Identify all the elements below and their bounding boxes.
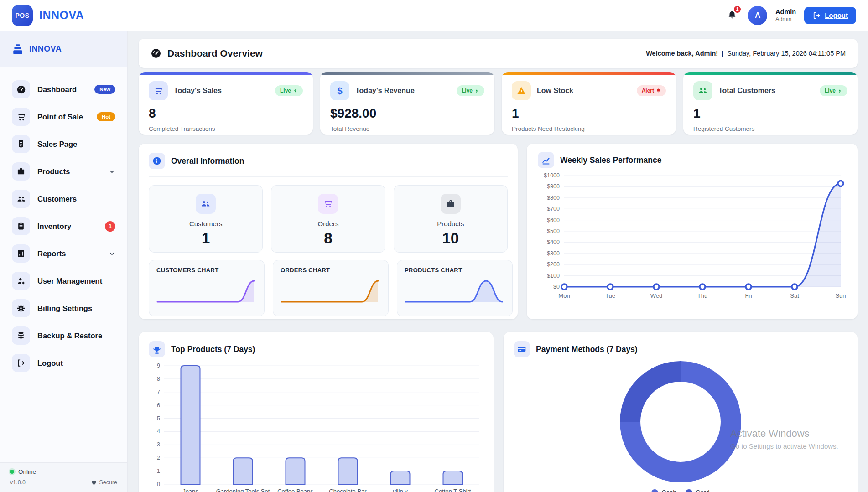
metric-value: 8 (271, 230, 385, 247)
svg-text:6: 6 (157, 402, 160, 409)
sidebar-item-sales-page[interactable]: Sales Page (0, 130, 127, 158)
sidebar-item-dashboard[interactable]: Dashboard New (0, 76, 127, 103)
sidebar-item-reports[interactable]: Reports (0, 240, 127, 267)
avatar[interactable]: A (748, 6, 767, 25)
svg-text:3: 3 (157, 441, 160, 448)
svg-text:$700: $700 (547, 206, 560, 212)
sidebar-item-label: Sales Page (37, 140, 115, 149)
user-meta: Admin Admin (775, 8, 796, 23)
stat-cards-row: Today's Sales Live 8 Completed Transacti… (139, 72, 858, 135)
metric-label: Orders (271, 220, 385, 228)
stat-title: Low Stock (537, 87, 631, 95)
svg-text:$300: $300 (547, 250, 560, 257)
hot-badge: Hot (97, 112, 115, 121)
svg-text:Chocolate Bar: Chocolate Bar (329, 488, 367, 492)
svg-text:Sun: Sun (835, 292, 846, 299)
svg-text:Wed: Wed (650, 292, 663, 299)
top-products-card: Top Products (7 Days) 0123456789JeansGar… (139, 332, 494, 492)
overall-information-card: Overall Information Customers 1 Orders 8 (139, 144, 518, 319)
sidebar-item-point-of-sale[interactable]: Point of Sale Hot (0, 103, 127, 130)
weekly-sales-card: Weekly Sales Performance $0$100$200$300$… (527, 144, 858, 319)
shield-icon (91, 480, 97, 486)
avatar-letter: A (755, 11, 760, 20)
datetime: Sunday, February 15, 2026 04:11:05 PM (727, 50, 846, 57)
version-label: v1.0.0 (10, 479, 26, 486)
stat-card-todays-sales: Today's Sales Live 8 Completed Transacti… (139, 72, 313, 135)
products-sparkline-chart (405, 276, 505, 307)
stat-card-todays-revenue: $ Today's Revenue Live $928.00 Total Rev… (320, 72, 494, 135)
page-header: Dashboard Overview Welcome back, Admin!|… (139, 39, 858, 68)
chevron-down-icon (109, 168, 115, 175)
dollar-icon: $ (330, 81, 349, 100)
sidebar-item-label: Inventory (37, 222, 98, 231)
logout-button[interactable]: Logout (804, 7, 856, 24)
online-dot-icon (10, 470, 14, 474)
users-icon (12, 190, 30, 208)
stat-title: Today's Revenue (355, 87, 451, 95)
cart-icon (149, 81, 168, 100)
metric-label: Products (394, 220, 507, 228)
sidebar-header: INNOVA (0, 31, 127, 67)
receipt-icon (12, 135, 30, 153)
topbar-actions: 1 A Admin Admin Logout (724, 6, 856, 25)
svg-text:Gardening Tools Set: Gardening Tools Set (216, 488, 270, 492)
sidebar-item-customers[interactable]: Customers (0, 185, 127, 212)
weekly-sales-chart: $0$100$200$300$400$500$600$700$800$900$1… (538, 169, 847, 306)
metric-label: Customers (149, 220, 262, 228)
metric-card-customers: Customers 1 (149, 185, 263, 253)
stat-card-total-customers: Total Customers Live 1 Registered Custom… (683, 72, 858, 135)
sidebar-footer: Online v1.0.0 Secure (0, 462, 127, 492)
users-icon (693, 81, 712, 100)
gauge-icon (12, 80, 30, 98)
cash-register-icon (12, 43, 24, 55)
sidebar-item-label: Point of Sale (37, 113, 89, 121)
app-logo: POS (12, 5, 33, 26)
svg-text:Coffee Beans: Coffee Beans (277, 488, 313, 492)
stat-title: Today's Sales (174, 87, 269, 95)
sidebar-item-label: Backup & Restore (37, 331, 115, 340)
sidebar-item-inventory[interactable]: Inventory 1 (0, 212, 127, 240)
customers-chart-card: CUSTOMERS CHART (149, 260, 265, 316)
stat-subtitle: Registered Customers (693, 125, 847, 132)
sidebar-item-user-management[interactable]: User Management (0, 267, 127, 295)
svg-text:1: 1 (157, 468, 160, 474)
brand-name: INNOVA (39, 9, 84, 22)
svg-text:4: 4 (157, 428, 160, 435)
payment-donut-chart (620, 361, 741, 482)
notifications-button[interactable]: 1 (724, 8, 740, 23)
stat-subtitle: Products Need Restocking (512, 125, 666, 132)
secure-status: Secure (91, 479, 117, 486)
sidebar-item-label: Products (37, 167, 101, 176)
line-chart-icon (538, 152, 554, 168)
svg-text:$900: $900 (547, 183, 560, 190)
svg-text:$100: $100 (547, 273, 560, 279)
legend-item-cash[interactable]: Cash (651, 489, 676, 492)
section-title: Overall Information (171, 156, 244, 166)
welcome-message: Welcome back, Admin! (646, 50, 718, 57)
new-badge: New (94, 85, 115, 94)
spark-title: CUSTOMERS CHART (156, 267, 257, 274)
metric-value: 10 (394, 230, 507, 247)
sidebar-item-label: Billing Settings (37, 304, 115, 313)
legend-label: Card (696, 489, 709, 492)
svg-text:Cotton T-Shirt: Cotton T-Shirt (435, 488, 471, 492)
card-swatch-icon (686, 489, 692, 492)
sidebar: INNOVA Dashboard New Point of Sale Hot S… (0, 31, 128, 492)
section-title: Weekly Sales Performance (560, 155, 661, 165)
brand: POS INNOVA (12, 5, 84, 26)
metric-card-products: Products 10 (394, 185, 508, 253)
legend-item-card[interactable]: Card (686, 489, 709, 492)
stat-subtitle: Completed Transactions (149, 125, 303, 132)
section-title: Payment Methods (7 Days) (536, 345, 638, 354)
svg-text:Tue: Tue (605, 292, 615, 299)
gauge-icon (151, 48, 161, 59)
sidebar-item-billing-settings[interactable]: Billing Settings (0, 295, 127, 322)
orders-sparkline-chart (281, 276, 381, 307)
sidebar-item-products[interactable]: Products (0, 158, 127, 185)
svg-text:$0: $0 (553, 284, 560, 290)
sidebar-item-backup-restore[interactable]: Backup & Restore (0, 322, 127, 349)
sign-out-icon (812, 11, 821, 20)
sidebar-item-logout[interactable]: Logout (0, 349, 127, 377)
svg-text:$800: $800 (547, 195, 560, 201)
svg-text:9: 9 (157, 363, 160, 369)
